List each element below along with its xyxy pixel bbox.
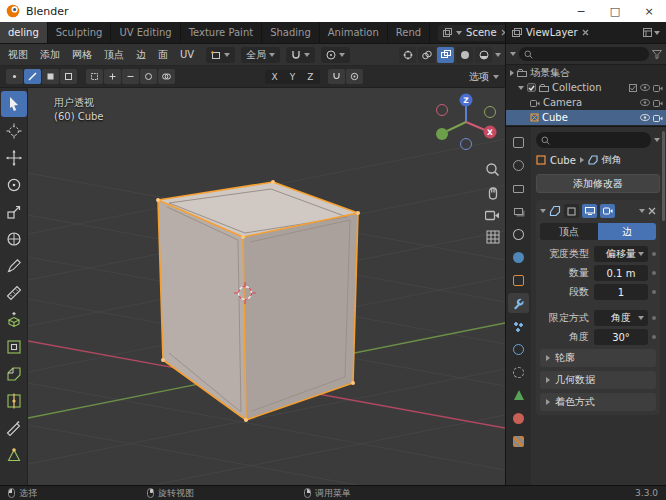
maximize-button[interactable]: □: [598, 0, 632, 22]
section-profile[interactable]: 轮廓: [540, 349, 656, 367]
gizmo-neg-x[interactable]: [437, 105, 448, 116]
collection-checkbox[interactable]: [527, 83, 536, 92]
tab-world[interactable]: [508, 247, 529, 267]
workspace-tab-texture-paint[interactable]: Texture Paint: [181, 22, 263, 43]
outliner-display-mode-icon[interactable]: [510, 52, 516, 56]
shading-caret-icon[interactable]: [495, 53, 501, 57]
cursor-tool[interactable]: [1, 118, 27, 144]
menu-uv[interactable]: UV: [174, 49, 200, 60]
measure-tool[interactable]: [1, 280, 27, 306]
face-select-mode-button[interactable]: [42, 69, 59, 84]
tab-tool[interactable]: [508, 132, 529, 152]
filter-icon[interactable]: [652, 50, 662, 59]
collapse-icon[interactable]: [518, 86, 524, 90]
angle-field[interactable]: 30°: [594, 329, 648, 345]
outliner-row-scene-collection[interactable]: 场景集合: [506, 65, 666, 80]
gizmo-neg-y[interactable]: [485, 107, 496, 118]
show-overlays-toggle[interactable]: [418, 47, 435, 63]
shading-solid-toggle[interactable]: [456, 47, 473, 63]
options-dropdown[interactable]: 选项: [469, 70, 499, 84]
ortho-grid-icon[interactable]: [486, 230, 500, 244]
properties-search-input[interactable]: [536, 132, 651, 148]
limit-method-dropdown[interactable]: 角度: [594, 310, 648, 326]
menu-view[interactable]: 视图: [2, 48, 34, 62]
rotate-tool[interactable]: [1, 172, 27, 198]
modifier-expand-icon[interactable]: [540, 209, 546, 213]
tab-physics[interactable]: [508, 339, 529, 359]
tab-texture[interactable]: [508, 431, 529, 451]
select-box-tool[interactable]: [1, 91, 27, 117]
affect-edges-tab[interactable]: 边: [598, 223, 656, 240]
tab-constraints[interactable]: [508, 362, 529, 382]
workspace-tab-sculpting[interactable]: Sculpting: [48, 22, 112, 43]
edge-select-mode-button[interactable]: [24, 69, 41, 84]
display-editmode-toggle[interactable]: [564, 204, 579, 218]
decorator-dot[interactable]: [652, 335, 656, 339]
menu-edge[interactable]: 边: [130, 48, 152, 62]
tab-particles[interactable]: [508, 316, 529, 336]
viewport-canvas[interactable]: Z X: [28, 88, 505, 485]
menu-mesh[interactable]: 网格: [66, 48, 98, 62]
scene-selector[interactable]: Scene: [438, 25, 505, 41]
menu-vertex[interactable]: 顶点: [98, 48, 130, 62]
viewport-canvas-area[interactable]: Z X 用户透视 (60) Cube: [28, 88, 505, 485]
modifier-close-icon[interactable]: [648, 207, 656, 215]
edit-mode-dropdown[interactable]: [206, 47, 235, 63]
select-intersect-button[interactable]: [158, 69, 175, 84]
outliner-row-cube[interactable]: Cube: [506, 110, 666, 125]
transform-orientation-dropdown[interactable]: 全局: [241, 47, 280, 63]
outliner-search-input[interactable]: [519, 47, 649, 61]
multi-select-mode-button[interactable]: [60, 69, 77, 84]
tab-material[interactable]: [508, 408, 529, 428]
view-layer-name[interactable]: ViewLayer: [526, 27, 578, 38]
snapping-dropdown[interactable]: [286, 47, 315, 63]
tab-object[interactable]: [508, 270, 529, 290]
display-realtime-toggle[interactable]: [582, 204, 597, 218]
breadcrumb-modifier[interactable]: 倒角: [602, 153, 622, 167]
tab-view-layer[interactable]: [508, 201, 529, 221]
modifier-extras-icon[interactable]: [639, 209, 645, 213]
vertex-select-mode-button[interactable]: [6, 69, 23, 84]
hide-viewport-icon[interactable]: [640, 114, 650, 121]
amount-field[interactable]: 0.1 m: [594, 265, 648, 281]
add-modifier-button[interactable]: 添加修改器: [536, 174, 660, 193]
editor-type-icon[interactable]: [643, 28, 652, 37]
hide-viewport-icon[interactable]: [640, 99, 650, 106]
decorator-dot[interactable]: [652, 290, 656, 294]
expand-icon[interactable]: [510, 70, 514, 76]
workspace-tab-shading[interactable]: Shading: [262, 22, 320, 43]
workspace-tab-uv-editing[interactable]: UV Editing: [111, 22, 180, 43]
mirror-x-toggle[interactable]: X: [266, 71, 284, 83]
scale-tool[interactable]: [1, 199, 27, 225]
exclude-checkbox-icon[interactable]: [629, 84, 637, 92]
display-render-toggle[interactable]: [600, 204, 615, 218]
tab-output[interactable]: [508, 178, 529, 198]
loop-cut-tool[interactable]: [1, 388, 27, 414]
properties-filter-caret-icon[interactable]: [654, 138, 660, 142]
section-geometry[interactable]: 几何数据: [540, 371, 656, 389]
properties-scrollbar[interactable]: [662, 131, 665, 221]
tab-object-data[interactable]: [508, 385, 529, 405]
menu-add[interactable]: 添加: [34, 48, 66, 62]
gizmo-y-axis[interactable]: [436, 128, 448, 140]
inset-faces-tool[interactable]: [1, 334, 27, 360]
decorator-dot[interactable]: [652, 271, 656, 275]
gizmo-neg-z[interactable]: [461, 139, 472, 150]
workspace-tab-animation[interactable]: Animation: [320, 22, 388, 43]
close-button[interactable]: ×: [632, 0, 666, 22]
proportional-edit-dropdown[interactable]: [321, 47, 350, 63]
select-invert-button[interactable]: [140, 69, 157, 84]
move-tool[interactable]: [1, 145, 27, 171]
knife-tool[interactable]: [1, 415, 27, 441]
select-subtract-button[interactable]: [122, 69, 139, 84]
pan-hand-icon[interactable]: [486, 186, 500, 201]
workspace-tab-rendering[interactable]: Rend: [388, 22, 430, 43]
disable-render-icon[interactable]: [653, 84, 663, 92]
segments-field[interactable]: 1: [594, 284, 648, 300]
menu-face[interactable]: 面: [152, 48, 174, 62]
disable-render-icon[interactable]: [653, 99, 663, 107]
options-extra-button[interactable]: [346, 69, 363, 84]
tab-modifiers[interactable]: [508, 293, 529, 313]
show-gizmo-toggle[interactable]: [399, 47, 416, 63]
breadcrumb-object[interactable]: Cube: [550, 155, 576, 166]
